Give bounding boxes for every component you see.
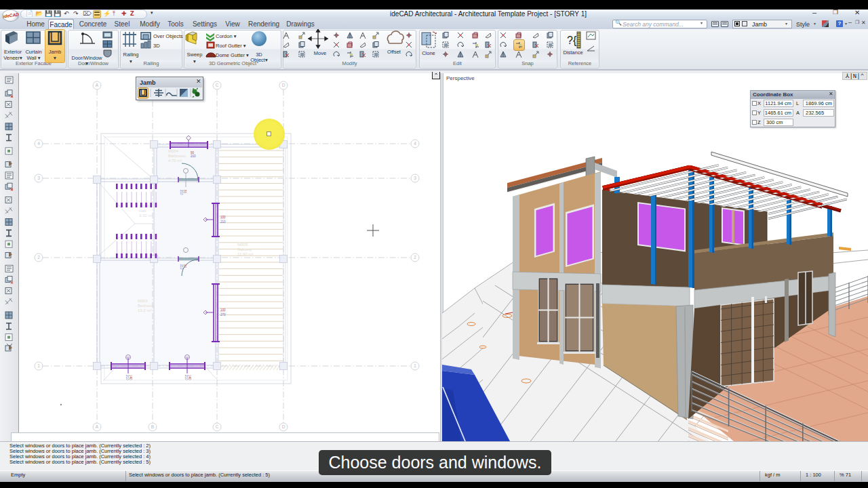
svg-text:100: 100 — [220, 216, 226, 219]
svg-text:1: 1 — [37, 363, 40, 368]
svg-text:B: B — [151, 424, 154, 429]
svg-text:9.32 m²: 9.32 m² — [139, 214, 153, 218]
svg-text:A: A — [96, 83, 99, 87]
svg-text:210: 210 — [180, 190, 183, 195]
svg-text:M005: M005 — [237, 243, 248, 247]
svg-text:4.70 m²: 4.70 m² — [168, 159, 182, 163]
svg-text:210: 210 — [191, 155, 196, 158]
svg-text:M004: M004 — [168, 149, 179, 153]
svg-text:Hall: Hall — [139, 209, 146, 213]
svg-text:3: 3 — [414, 176, 416, 180]
svg-text:Bedroom: Bedroom — [138, 304, 154, 308]
svg-text:M001: M001 — [138, 299, 149, 303]
svg-text:Perspective: Perspective — [446, 75, 475, 81]
svg-text:210: 210 — [180, 264, 183, 270]
svg-text:210: 210 — [220, 220, 226, 224]
svg-text:210: 210 — [125, 375, 129, 380]
svg-text:C: C — [216, 424, 219, 429]
svg-text:2: 2 — [37, 255, 40, 260]
svg-text:270: 270 — [220, 313, 226, 317]
svg-text:4: 4 — [37, 141, 40, 146]
svg-text:1: 1 — [414, 363, 416, 368]
svg-text:Bathroom: Bathroom — [168, 154, 186, 158]
svg-text:4: 4 — [414, 141, 416, 146]
svg-text:?{: ?{ — [567, 35, 577, 46]
svg-text:11.90 m²: 11.90 m² — [237, 252, 253, 256]
svg-text:2: 2 — [414, 255, 416, 260]
svg-text:13.2 m²: 13.2 m² — [138, 308, 151, 312]
svg-text:210: 210 — [184, 375, 188, 380]
svg-text:D: D — [282, 83, 285, 87]
svg-text:C: C — [216, 83, 219, 87]
svg-text:100: 100 — [220, 308, 226, 312]
svg-text:3: 3 — [37, 176, 40, 180]
svg-text:A: A — [96, 424, 99, 429]
svg-text:D: D — [282, 424, 285, 429]
svg-text:Balcony: Balcony — [237, 247, 252, 251]
